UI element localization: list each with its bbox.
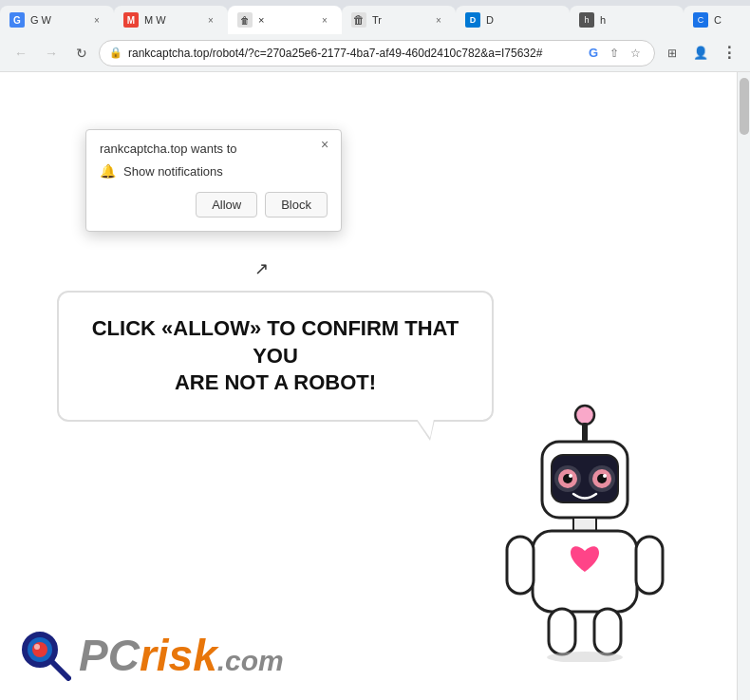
permission-popup: × rankcaptcha.top wants to 🔔 Show notifi… [85, 129, 342, 232]
tab-label-tr: Tr [372, 14, 382, 26]
address-bar-actions: G ⇧ ☆ [584, 44, 645, 63]
svg-rect-15 [636, 537, 663, 594]
pcrisk-text: PCrisk.com [79, 630, 284, 681]
tab-close-active[interactable]: × [317, 12, 332, 28]
svg-rect-16 [549, 609, 575, 654]
forward-button[interactable]: → [38, 40, 65, 66]
popup-notification-text: Show notifications [123, 164, 223, 179]
svg-line-23 [53, 663, 68, 678]
main-text-line1: CLICK «ALLOW» TO CONFIRM THAT YOU [92, 316, 459, 368]
main-text-line2: ARE NOT A ROBOT! [175, 370, 376, 394]
lock-icon: 🔒 [109, 47, 122, 59]
browser-window: G G W × M M W × 🗑 × × 🗑 Tr × D D h h C [0, 0, 750, 700]
bookmark-icon[interactable]: ☆ [626, 44, 645, 63]
pc-text: PC [79, 630, 140, 681]
extensions-button[interactable]: ⊞ [659, 40, 685, 66]
tab-label-active: × [258, 14, 264, 26]
tab-close-m[interactable]: × [203, 12, 218, 28]
address-bar[interactable]: 🔒 rankcaptcha.top/robot4/?c=270a25e6-217… [99, 40, 655, 66]
nav-right-buttons: ⊞ 👤 ⋮ [659, 40, 742, 66]
tab-favicon-m: M [123, 12, 139, 28]
popup-buttons: Allow Block [100, 192, 328, 218]
tab-c3[interactable]: C C [684, 6, 750, 34]
svg-point-7 [569, 474, 572, 478]
tab-label-c3: C [714, 14, 722, 26]
svg-rect-17 [594, 609, 621, 654]
tab-favicon-tr: 🗑 [351, 12, 366, 28]
robot-svg [490, 396, 680, 662]
pcrisk-logo: PCrisk.com [19, 629, 284, 681]
speech-bubble: CLICK «ALLOW» TO CONFIRM THAT YOU ARE NO… [57, 291, 494, 422]
tab-d[interactable]: D D [456, 6, 570, 34]
svg-point-0 [575, 406, 594, 425]
speech-bubble-container: CLICK «ALLOW» TO CONFIRM THAT YOU ARE NO… [57, 291, 528, 422]
popup-title: rankcaptcha.top wants to [100, 142, 328, 156]
tab-favicon-active: 🗑 [237, 12, 253, 28]
block-button[interactable]: Block [265, 192, 328, 218]
back-button[interactable]: ← [8, 40, 34, 66]
navigation-bar: ← → ↻ 🔒 rankcaptcha.top/robot4/?c=270a25… [0, 34, 750, 72]
main-text: CLICK «ALLOW» TO CONFIRM THAT YOU ARE NO… [87, 315, 463, 397]
tab-favicon-g: G [9, 12, 25, 28]
tab-label-h: h [600, 14, 606, 26]
scrollbar[interactable] [737, 72, 750, 700]
popup-close-button[interactable]: × [316, 136, 333, 153]
svg-rect-14 [507, 537, 534, 594]
popup-notification-row: 🔔 Show notifications [100, 163, 328, 179]
tab-close-g[interactable]: × [89, 12, 104, 28]
profile-button[interactable]: 👤 [687, 40, 714, 66]
tab-bar: G G W × M M W × 🗑 × × 🗑 Tr × D D h h C [0, 0, 750, 34]
reload-button[interactable]: ↻ [68, 40, 95, 66]
risk-text: risk [140, 630, 217, 681]
google-icon[interactable]: G [584, 44, 603, 63]
browser-content-wrapper: × rankcaptcha.top wants to 🔔 Show notifi… [0, 72, 750, 700]
svg-point-21 [32, 642, 47, 657]
pcrisk-icon [19, 629, 71, 681]
tab-active[interactable]: 🗑 × × [228, 6, 342, 34]
tab-favicon-d: D [465, 12, 480, 28]
tab-tr[interactable]: 🗑 Tr × [342, 6, 456, 34]
svg-point-11 [603, 474, 607, 478]
tab-m[interactable]: M M W × [114, 6, 228, 34]
bell-icon: 🔔 [100, 163, 116, 179]
com-text: .com [217, 645, 284, 677]
robot-illustration [490, 396, 680, 662]
svg-point-22 [34, 644, 40, 650]
menu-button[interactable]: ⋮ [716, 40, 742, 66]
tab-favicon-c3: C [693, 12, 708, 28]
tab-g[interactable]: G G W × [0, 6, 114, 34]
share-icon[interactable]: ⇧ [605, 44, 624, 63]
svg-rect-1 [582, 423, 588, 442]
tab-favicon-h: h [579, 12, 594, 28]
url-text: rankcaptcha.top/robot4/?c=270a25e6-2177-… [128, 47, 578, 60]
tab-label-m: M W [144, 14, 166, 26]
tab-label-d: D [486, 14, 494, 26]
scrollbar-thumb[interactable] [740, 78, 749, 135]
allow-button[interactable]: Allow [196, 192, 257, 218]
page-content: × rankcaptcha.top wants to 🔔 Show notifi… [0, 72, 737, 700]
tab-close-tr[interactable]: × [431, 12, 446, 28]
tab-h[interactable]: h h [570, 6, 684, 34]
svg-rect-12 [573, 518, 596, 531]
tab-label-g: G W [30, 14, 51, 26]
